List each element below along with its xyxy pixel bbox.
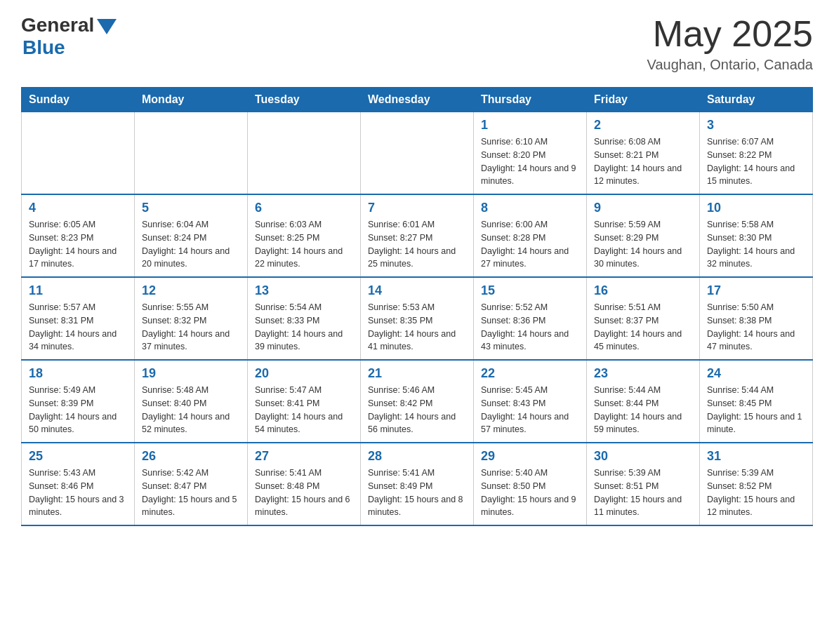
day-number: 11: [29, 283, 127, 298]
calendar-cell: [248, 112, 361, 195]
day-number: 21: [368, 366, 466, 381]
page-header: General Blue May 2025 Vaughan, Ontario, …: [21, 14, 813, 73]
day-info: Sunrise: 5:39 AMSunset: 8:52 PMDaylight:…: [707, 467, 805, 519]
day-of-week-sunday: Sunday: [22, 88, 135, 112]
day-number: 6: [255, 201, 353, 215]
day-info: Sunrise: 5:54 AMSunset: 8:33 PMDaylight:…: [255, 301, 353, 354]
calendar-cell: 31Sunrise: 5:39 AMSunset: 8:52 PMDayligh…: [700, 443, 813, 525]
logo-blue-text: Blue: [22, 36, 65, 59]
day-info: Sunrise: 5:39 AMSunset: 8:51 PMDaylight:…: [594, 467, 692, 519]
day-info: Sunrise: 5:58 AMSunset: 8:30 PMDaylight:…: [707, 218, 805, 271]
day-number: 26: [142, 449, 240, 464]
calendar-body: 1Sunrise: 6:10 AMSunset: 8:20 PMDaylight…: [22, 112, 813, 526]
logo-triangle-icon: [97, 19, 117, 34]
day-of-week-friday: Friday: [587, 88, 700, 112]
day-of-week-wednesday: Wednesday: [361, 88, 474, 112]
day-number: 30: [594, 449, 692, 464]
days-of-week-row: SundayMondayTuesdayWednesdayThursdayFrid…: [22, 88, 813, 112]
calendar-cell: 29Sunrise: 5:40 AMSunset: 8:50 PMDayligh…: [474, 443, 587, 525]
day-number: 15: [481, 283, 579, 298]
day-info: Sunrise: 5:42 AMSunset: 8:47 PMDaylight:…: [142, 467, 240, 519]
day-number: 8: [481, 201, 579, 215]
day-info: Sunrise: 5:47 AMSunset: 8:41 PMDaylight:…: [255, 384, 353, 436]
calendar-cell: 10Sunrise: 5:58 AMSunset: 8:30 PMDayligh…: [700, 194, 813, 277]
day-number: 12: [142, 283, 240, 298]
day-number: 27: [255, 449, 353, 464]
calendar-cell: 24Sunrise: 5:44 AMSunset: 8:45 PMDayligh…: [700, 360, 813, 443]
day-info: Sunrise: 5:46 AMSunset: 8:42 PMDaylight:…: [368, 384, 466, 436]
calendar-cell: 17Sunrise: 5:50 AMSunset: 8:38 PMDayligh…: [700, 277, 813, 360]
day-info: Sunrise: 5:50 AMSunset: 8:38 PMDaylight:…: [707, 301, 805, 354]
day-info: Sunrise: 5:41 AMSunset: 8:48 PMDaylight:…: [255, 467, 353, 519]
day-number: 3: [707, 118, 805, 133]
calendar-cell: 5Sunrise: 6:04 AMSunset: 8:24 PMDaylight…: [135, 194, 248, 277]
calendar-cell: 19Sunrise: 5:48 AMSunset: 8:40 PMDayligh…: [135, 360, 248, 443]
day-info: Sunrise: 5:40 AMSunset: 8:50 PMDaylight:…: [481, 467, 579, 519]
day-info: Sunrise: 6:04 AMSunset: 8:24 PMDaylight:…: [142, 218, 240, 271]
calendar-cell: 26Sunrise: 5:42 AMSunset: 8:47 PMDayligh…: [135, 443, 248, 525]
calendar-cell: 25Sunrise: 5:43 AMSunset: 8:46 PMDayligh…: [22, 443, 135, 525]
day-number: 19: [142, 366, 240, 381]
week-row-2: 4Sunrise: 6:05 AMSunset: 8:23 PMDaylight…: [22, 194, 813, 277]
calendar-table: SundayMondayTuesdayWednesdayThursdayFrid…: [21, 87, 813, 526]
calendar-cell: 18Sunrise: 5:49 AMSunset: 8:39 PMDayligh…: [22, 360, 135, 443]
day-info: Sunrise: 5:52 AMSunset: 8:36 PMDaylight:…: [481, 301, 579, 354]
day-info: Sunrise: 5:44 AMSunset: 8:44 PMDaylight:…: [594, 384, 692, 436]
day-info: Sunrise: 5:51 AMSunset: 8:37 PMDaylight:…: [594, 301, 692, 354]
day-number: 18: [29, 366, 127, 381]
day-number: 23: [594, 366, 692, 381]
day-number: 20: [255, 366, 353, 381]
logo: General Blue: [21, 14, 117, 59]
day-info: Sunrise: 5:53 AMSunset: 8:35 PMDaylight:…: [368, 301, 466, 354]
calendar-cell: 8Sunrise: 6:00 AMSunset: 8:28 PMDaylight…: [474, 194, 587, 277]
day-number: 16: [594, 283, 692, 298]
day-of-week-monday: Monday: [135, 88, 248, 112]
week-row-3: 11Sunrise: 5:57 AMSunset: 8:31 PMDayligh…: [22, 277, 813, 360]
calendar-cell: 9Sunrise: 5:59 AMSunset: 8:29 PMDaylight…: [587, 194, 700, 277]
calendar-cell: 30Sunrise: 5:39 AMSunset: 8:51 PMDayligh…: [587, 443, 700, 525]
calendar-cell: 1Sunrise: 6:10 AMSunset: 8:20 PMDaylight…: [474, 112, 587, 195]
day-of-week-tuesday: Tuesday: [248, 88, 361, 112]
calendar-cell: 28Sunrise: 5:41 AMSunset: 8:49 PMDayligh…: [361, 443, 474, 525]
day-number: 28: [368, 449, 466, 464]
day-number: 31: [707, 449, 805, 464]
week-row-4: 18Sunrise: 5:49 AMSunset: 8:39 PMDayligh…: [22, 360, 813, 443]
calendar-cell: 7Sunrise: 6:01 AMSunset: 8:27 PMDaylight…: [361, 194, 474, 277]
day-number: 10: [707, 201, 805, 215]
day-number: 29: [481, 449, 579, 464]
day-info: Sunrise: 5:43 AMSunset: 8:46 PMDaylight:…: [29, 467, 127, 519]
day-number: 13: [255, 283, 353, 298]
calendar-cell: 2Sunrise: 6:08 AMSunset: 8:21 PMDaylight…: [587, 112, 700, 195]
day-number: 17: [707, 283, 805, 298]
day-info: Sunrise: 5:49 AMSunset: 8:39 PMDaylight:…: [29, 384, 127, 436]
day-number: 5: [142, 201, 240, 215]
calendar-cell: 13Sunrise: 5:54 AMSunset: 8:33 PMDayligh…: [248, 277, 361, 360]
calendar-cell: 16Sunrise: 5:51 AMSunset: 8:37 PMDayligh…: [587, 277, 700, 360]
logo-general-text: General: [21, 14, 94, 36]
title-block: May 2025 Vaughan, Ontario, Canada: [647, 14, 813, 73]
day-info: Sunrise: 6:05 AMSunset: 8:23 PMDaylight:…: [29, 218, 127, 271]
day-of-week-saturday: Saturday: [700, 88, 813, 112]
day-number: 9: [594, 201, 692, 215]
day-info: Sunrise: 5:44 AMSunset: 8:45 PMDaylight:…: [707, 384, 805, 436]
month-year-title: May 2025: [647, 14, 813, 54]
day-info: Sunrise: 5:45 AMSunset: 8:43 PMDaylight:…: [481, 384, 579, 436]
day-number: 24: [707, 366, 805, 381]
calendar-cell: 14Sunrise: 5:53 AMSunset: 8:35 PMDayligh…: [361, 277, 474, 360]
day-info: Sunrise: 5:41 AMSunset: 8:49 PMDaylight:…: [368, 467, 466, 519]
calendar-cell: 20Sunrise: 5:47 AMSunset: 8:41 PMDayligh…: [248, 360, 361, 443]
day-info: Sunrise: 6:00 AMSunset: 8:28 PMDaylight:…: [481, 218, 579, 271]
calendar-cell: 6Sunrise: 6:03 AMSunset: 8:25 PMDaylight…: [248, 194, 361, 277]
day-info: Sunrise: 5:59 AMSunset: 8:29 PMDaylight:…: [594, 218, 692, 271]
day-info: Sunrise: 5:57 AMSunset: 8:31 PMDaylight:…: [29, 301, 127, 354]
day-number: 7: [368, 201, 466, 215]
day-info: Sunrise: 6:10 AMSunset: 8:20 PMDaylight:…: [481, 135, 579, 188]
day-info: Sunrise: 5:55 AMSunset: 8:32 PMDaylight:…: [142, 301, 240, 354]
day-number: 14: [368, 283, 466, 298]
day-number: 2: [594, 118, 692, 133]
calendar-header: SundayMondayTuesdayWednesdayThursdayFrid…: [22, 88, 813, 112]
day-info: Sunrise: 5:48 AMSunset: 8:40 PMDaylight:…: [142, 384, 240, 436]
week-row-1: 1Sunrise: 6:10 AMSunset: 8:20 PMDaylight…: [22, 112, 813, 195]
calendar-cell: 4Sunrise: 6:05 AMSunset: 8:23 PMDaylight…: [22, 194, 135, 277]
week-row-5: 25Sunrise: 5:43 AMSunset: 8:46 PMDayligh…: [22, 443, 813, 525]
